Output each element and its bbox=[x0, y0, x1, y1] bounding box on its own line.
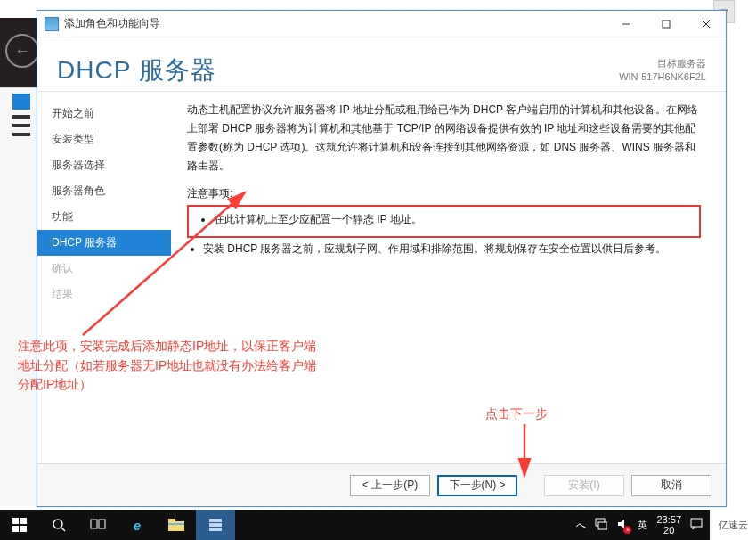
server-manager-icon[interactable] bbox=[196, 510, 235, 540]
svg-rect-6 bbox=[20, 526, 27, 532]
annotation-step-note: 点击下一步 bbox=[485, 406, 548, 422]
wizard-header: DHCP 服务器 目标服务器 WIN-517H6NK6F2L bbox=[37, 37, 726, 92]
target-server-name: WIN-517H6NK6F2L bbox=[619, 70, 706, 84]
nav-item-features[interactable]: 功能 bbox=[37, 204, 171, 230]
clock[interactable]: 23:57 20 bbox=[656, 514, 681, 536]
nav-item-server-select[interactable]: 服务器选择 bbox=[37, 152, 171, 178]
sidebar-glyph bbox=[12, 133, 30, 136]
target-server-info: 目标服务器 WIN-517H6NK6F2L bbox=[619, 53, 706, 85]
nav-item-install-type[interactable]: 安装类型 bbox=[37, 127, 171, 152]
note-static-ip: 在此计算机上至少应配置一个静态 IP 地址。 bbox=[214, 210, 690, 229]
nav-item-before[interactable]: 开始之前 bbox=[37, 101, 171, 127]
maximize-button[interactable] bbox=[646, 11, 686, 37]
sidebar-glyph bbox=[12, 124, 30, 127]
volume-icon[interactable]: × bbox=[616, 518, 629, 532]
annotation-side-note: 注意此项，安装完成后添加静态IP地址，以保正客户端地址分配（如若服务器无IP地址… bbox=[18, 337, 325, 395]
back-icon[interactable]: ← bbox=[5, 34, 39, 68]
notes-label: 注意事项: bbox=[187, 184, 701, 203]
app-icon bbox=[45, 17, 59, 31]
nav-item-result[interactable]: 结果 bbox=[37, 282, 171, 307]
svg-rect-13 bbox=[168, 523, 184, 525]
svg-line-8 bbox=[61, 528, 65, 531]
network-icon[interactable] bbox=[595, 518, 607, 532]
svg-rect-5 bbox=[12, 526, 19, 532]
nav-item-confirm[interactable]: 确认 bbox=[37, 256, 171, 282]
wizard-window: 添加角色和功能向导 DHCP 服务器 目标服务器 WIN-517H6NK6F2L… bbox=[37, 10, 727, 507]
window-title: 添加角色和功能向导 bbox=[64, 16, 160, 31]
svg-rect-0 bbox=[663, 20, 670, 28]
svg-rect-9 bbox=[91, 520, 97, 528]
minimize-button[interactable] bbox=[606, 11, 646, 37]
wizard-content: 动态主机配置协议允许服务器将 IP 地址分配或租用给已作为 DHCP 客户端启用… bbox=[171, 92, 726, 470]
start-button[interactable] bbox=[0, 510, 39, 540]
svg-rect-15 bbox=[209, 523, 222, 527]
sidebar-glyph bbox=[12, 115, 30, 119]
svg-rect-4 bbox=[20, 518, 27, 524]
next-button[interactable]: 下一步(N) > bbox=[437, 475, 517, 496]
svg-point-7 bbox=[53, 520, 62, 528]
explorer-icon[interactable] bbox=[157, 510, 196, 540]
target-label: 目标服务器 bbox=[619, 57, 706, 70]
install-button[interactable]: 安装(I) bbox=[544, 475, 624, 496]
dashboard-tile-icon bbox=[12, 94, 30, 110]
clock-date: 20 bbox=[656, 525, 681, 536]
watermark-brand: 亿速云 bbox=[710, 510, 756, 540]
svg-rect-19 bbox=[691, 519, 702, 527]
svg-rect-12 bbox=[168, 519, 175, 523]
ie-icon[interactable]: e bbox=[118, 510, 157, 540]
close-button[interactable] bbox=[686, 11, 726, 37]
page-title: DHCP 服务器 bbox=[57, 53, 619, 87]
nav-item-dhcp[interactable]: DHCP 服务器 bbox=[37, 230, 171, 256]
note-planning: 安装 DHCP 服务器之前，应规划子网、作用域和排除范围。将规划保存在安全位置以… bbox=[203, 240, 701, 258]
taskview-icon[interactable] bbox=[78, 510, 118, 540]
svg-rect-10 bbox=[99, 520, 105, 528]
highlighted-note-box: 在此计算机上至少应配置一个静态 IP 地址。 bbox=[187, 205, 701, 238]
search-icon[interactable] bbox=[39, 510, 78, 540]
svg-rect-3 bbox=[12, 518, 19, 524]
svg-rect-18 bbox=[598, 522, 607, 529]
titlebar[interactable]: 添加角色和功能向导 bbox=[37, 11, 726, 37]
ime-indicator[interactable]: 英 bbox=[638, 519, 647, 532]
intro-text: 动态主机配置协议允许服务器将 IP 地址分配或租用给已作为 DHCP 客户端启用… bbox=[187, 101, 701, 176]
clock-time: 23:57 bbox=[656, 514, 681, 525]
tray-chevron-icon[interactable]: へ bbox=[576, 519, 586, 532]
system-tray[interactable]: へ × 英 23:57 20 bbox=[569, 510, 710, 540]
svg-rect-16 bbox=[209, 528, 222, 531]
wizard-nav: 开始之前 安装类型 服务器选择 服务器角色 功能 DHCP 服务器 确认 结果 bbox=[37, 92, 171, 470]
nav-item-server-roles[interactable]: 服务器角色 bbox=[37, 178, 171, 204]
cancel-button[interactable]: 取消 bbox=[631, 475, 711, 496]
prev-button[interactable]: < 上一步(P) bbox=[350, 475, 430, 496]
svg-rect-14 bbox=[209, 519, 222, 522]
action-center-icon[interactable] bbox=[690, 518, 703, 532]
wizard-footer: < 上一步(P) 下一步(N) > 安装(I) 取消 bbox=[37, 463, 726, 506]
taskbar[interactable]: e へ × 英 23:57 20 亿速云 bbox=[0, 510, 756, 540]
